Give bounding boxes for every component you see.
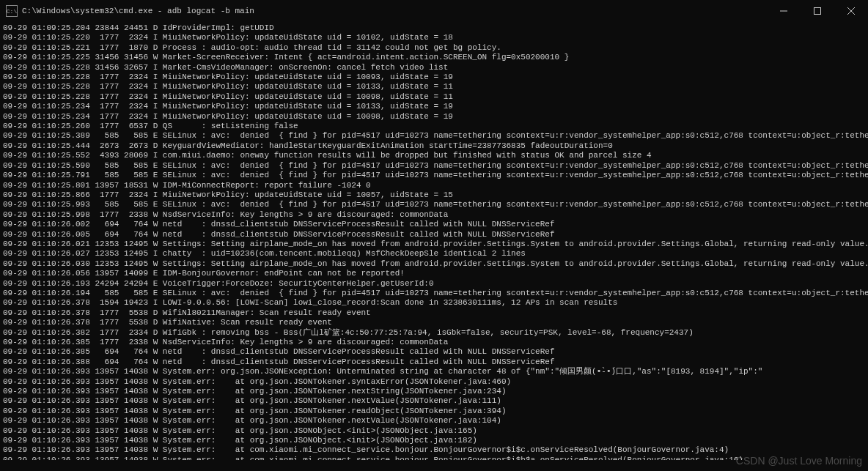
minimize-button[interactable] (767, 0, 801, 22)
close-icon (847, 7, 855, 15)
svg-rect-0 (814, 8, 821, 15)
window-controls (767, 0, 868, 22)
cmd-icon: C:\ (6, 5, 18, 17)
terminal-output[interactable]: 09-29 01:09:25.204 23844 24451 D IdProvi… (0, 22, 868, 460)
title-left: C:\ C:\Windows\system32\cmd.exe - adb lo… (6, 5, 254, 17)
maximize-button[interactable] (801, 0, 834, 22)
close-button[interactable] (834, 0, 868, 22)
watermark: CSDN @Just Love Morning (736, 455, 862, 467)
maximize-icon (814, 7, 821, 15)
minimize-icon (780, 7, 787, 15)
window-title: C:\Windows\system32\cmd.exe - adb logcat… (22, 7, 254, 15)
window-titlebar: C:\ C:\Windows\system32\cmd.exe - adb lo… (0, 0, 868, 22)
